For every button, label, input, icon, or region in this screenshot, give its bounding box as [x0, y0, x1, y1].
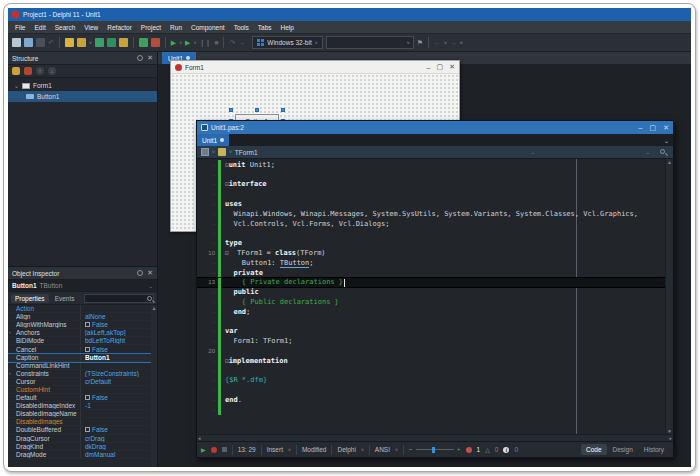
language-select[interactable]: Delphi	[337, 446, 355, 453]
new-items-icon[interactable]	[12, 38, 21, 47]
zoom-slider[interactable]	[416, 449, 454, 450]
code-line-22[interactable]: ·	[197, 366, 665, 376]
add-to-project-icon[interactable]	[139, 38, 148, 47]
inspector-scrollbar[interactable]: ▲	[151, 305, 157, 467]
gutter-line-number[interactable]: 20	[197, 348, 215, 354]
close-icon[interactable]: ✕	[147, 269, 153, 277]
step-over-icon[interactable]: ↷	[229, 39, 235, 47]
pin-icon[interactable]	[137, 270, 143, 276]
move-up-icon[interactable]: ↑	[36, 67, 44, 75]
menu-item-refactor[interactable]: Refactor	[107, 24, 132, 31]
property-value[interactable]	[80, 410, 157, 417]
property-value[interactable]: False	[80, 345, 157, 352]
build-configuration-select[interactable]: ˅	[326, 36, 414, 49]
property-row-anchors[interactable]: ›Anchors[akLeft,akTop]	[8, 329, 157, 337]
checkbox-icon[interactable]	[85, 395, 90, 400]
property-value[interactable]: -1	[80, 402, 157, 409]
expand-icon[interactable]: ›	[9, 370, 11, 376]
gutter-line-number[interactable]: ·	[197, 201, 215, 207]
gutter-line-number[interactable]: ·	[197, 309, 215, 315]
save-all-icon[interactable]	[107, 38, 116, 47]
property-value[interactable]: dmManual	[80, 451, 157, 458]
property-row-doublebuffered[interactable]: DoubleBufferedFalse	[8, 426, 157, 434]
close-icon[interactable]: ✕	[663, 124, 669, 132]
chevron-down-icon[interactable]: ⌄	[14, 82, 19, 89]
property-row-disabledimages[interactable]: DisabledImages	[8, 418, 157, 426]
gutter-line-number[interactable]: ·	[197, 328, 215, 334]
property-row-constraints[interactable]: ›Constraints(TSizeConstraints)	[8, 370, 157, 378]
property-row-dragkind[interactable]: DragKinddkDrag	[8, 443, 157, 451]
code-line-7[interactable]: · Vcl.Controls, Vcl.Forms, Vcl.Dialogs;	[197, 219, 665, 229]
remove-from-project-icon[interactable]	[151, 38, 160, 47]
code-line-6[interactable]: · Winapi.Windows, Winapi.Messages, Syste…	[197, 209, 665, 219]
property-row-default[interactable]: DefaultFalse	[8, 394, 157, 402]
code-line-16[interactable]: · end;	[197, 307, 665, 317]
gutter-line-number[interactable]: ·	[197, 172, 215, 178]
checkbox-icon[interactable]	[85, 322, 90, 327]
code-line-10[interactable]: 10⊟ TForm1 = class(TForm)	[197, 248, 665, 258]
code-line-17[interactable]: ·	[197, 317, 665, 327]
save-icon[interactable]	[95, 38, 104, 47]
menu-item-help[interactable]: Help	[281, 24, 294, 31]
view-button-design[interactable]: Design	[608, 444, 638, 455]
close-icon[interactable]: ✕	[449, 63, 455, 71]
tab-modified-icon[interactable]	[220, 138, 224, 142]
editor-vertical-scrollbar[interactable]: ▲▼	[665, 159, 673, 434]
property-value[interactable]: False	[80, 426, 157, 433]
breakpoint-icon[interactable]	[211, 447, 217, 453]
code-line-26[interactable]: ·	[197, 405, 665, 415]
gutter-line-number[interactable]: ·	[197, 230, 215, 236]
code-line-20[interactable]: 20	[197, 346, 665, 356]
view-button-code[interactable]: Code	[581, 444, 607, 455]
main-titlebar[interactable]: Project1 - Delphi 11 - Unit1	[8, 8, 691, 21]
property-row-dragmode[interactable]: DragModedmManual	[8, 451, 157, 459]
maximize-icon[interactable]: ▢	[650, 124, 657, 132]
code-line-13[interactable]: 13 { Private declarations }	[197, 278, 665, 288]
error-count-icon[interactable]	[466, 447, 472, 453]
property-value[interactable]: [akLeft,akTop]	[80, 329, 157, 336]
tab-list-chevron-icon[interactable]: ⌄	[664, 137, 669, 144]
collapse-all-icon[interactable]	[24, 67, 32, 75]
trace-into-icon[interactable]: →	[238, 39, 245, 46]
code-area[interactable]: ·⊟unit Unit1;··⊟interface··uses· Winapi.…	[197, 159, 673, 434]
maximize-icon[interactable]: ▢	[437, 63, 444, 71]
search-icon[interactable]	[660, 149, 665, 154]
hint-count-icon[interactable]: i	[503, 447, 509, 453]
property-row-align[interactable]: AlignalNone	[8, 313, 157, 321]
chevron-down-icon[interactable]: ˅	[212, 149, 215, 155]
code-line-4[interactable]: ·	[197, 189, 665, 199]
code-line-23[interactable]: ·{$R *.dfm}	[197, 376, 665, 386]
tab-events[interactable]: Events	[51, 294, 79, 303]
undo-icon[interactable]: ↶	[48, 39, 54, 47]
property-row-alignwithmargins[interactable]: AlignWithMarginsFalse	[8, 321, 157, 329]
zoom-control[interactable]: − +	[409, 446, 461, 453]
menu-item-project[interactable]: Project	[141, 24, 161, 31]
selection-handle[interactable]	[255, 108, 259, 112]
gutter-line-number[interactable]: 13	[197, 279, 215, 285]
property-search-input[interactable]	[84, 294, 155, 303]
gutter-line-number[interactable]: ·	[197, 181, 215, 187]
gutter-line-number[interactable]: ·	[197, 289, 215, 295]
methods-grid-icon[interactable]	[201, 148, 209, 156]
menu-item-view[interactable]: View	[84, 24, 98, 31]
run-dropdown-icon[interactable]: ˅	[179, 40, 182, 46]
code-line-15[interactable]: · { Public declarations }	[197, 297, 665, 307]
code-line-1[interactable]: ·⊟unit Unit1;	[197, 160, 665, 170]
chevron-down-icon[interactable]: ˅	[395, 447, 398, 453]
gutter-line-number[interactable]: ·	[197, 397, 215, 403]
property-value[interactable]: bdLeftToRight	[80, 337, 157, 344]
menu-item-edit[interactable]: Edit	[34, 24, 45, 31]
open-folder-icon[interactable]	[119, 38, 128, 47]
property-value[interactable]	[80, 418, 157, 425]
property-value[interactable]: False	[80, 321, 157, 328]
pause-icon[interactable]: ❙❙	[199, 39, 211, 47]
gutter-line-number[interactable]: ·	[197, 240, 215, 246]
property-row-cursor[interactable]: CursorcrDefault	[8, 378, 157, 386]
code-line-9[interactable]: ·type	[197, 238, 665, 248]
code-line-2[interactable]: ·	[197, 170, 665, 180]
encoding-select[interactable]: ANSI	[375, 446, 390, 453]
gutter-line-number[interactable]: ·	[197, 368, 215, 374]
expand-all-icon[interactable]	[12, 67, 20, 75]
gutter-line-number[interactable]: ·	[197, 319, 215, 325]
property-value[interactable]: dkDrag	[80, 443, 157, 450]
